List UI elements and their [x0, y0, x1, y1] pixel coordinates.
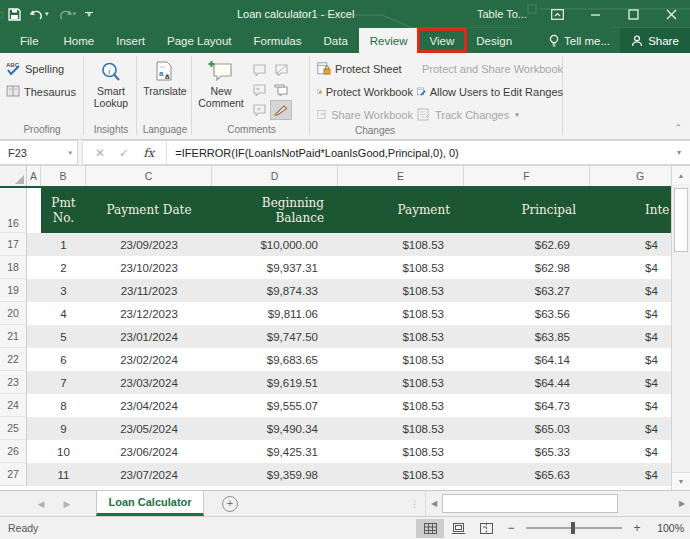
row-header[interactable]: 17 [0, 233, 27, 256]
redo-dropdown-icon[interactable]: ▾ [73, 10, 77, 18]
row-header[interactable]: 18 [0, 256, 27, 279]
maximize-button[interactable] [614, 0, 652, 28]
cell-payment-date[interactable]: 23/06/2024 [86, 440, 212, 463]
close-button[interactable] [652, 0, 690, 28]
cell-payment[interactable]: $108.53 [338, 302, 464, 325]
zoom-out-button[interactable]: − [500, 521, 522, 535]
cell-payment-date[interactable]: 23/10/2023 [86, 256, 212, 279]
column-header-d[interactable]: D [212, 166, 338, 186]
cell-principal[interactable]: $62.98 [464, 256, 590, 279]
formula-bar-expand-icon[interactable]: ▾ [668, 140, 690, 165]
undo-button[interactable]: ▾ [30, 9, 49, 20]
cell-payment-date[interactable]: 23/07/2024 [86, 463, 212, 486]
tab-file[interactable]: File [6, 28, 53, 53]
tab-review[interactable]: Review [359, 28, 419, 53]
header-beginning-balance[interactable]: Beginning Balance [212, 188, 338, 233]
share-workbook-button[interactable]: Share Workbook [315, 105, 415, 124]
minimize-button[interactable] [576, 0, 614, 28]
zoom-slider-thumb[interactable] [571, 522, 575, 534]
cell-pmt-no[interactable]: 1 [41, 233, 86, 256]
sheet-nav-left-icon[interactable]: ◀ [28, 491, 54, 516]
cell-a[interactable] [27, 279, 41, 302]
tab-insert[interactable]: Insert [105, 28, 156, 53]
cell-payment-date[interactable]: 23/01/2024 [86, 325, 212, 348]
name-box-dropdown-icon[interactable]: ▾ [68, 149, 72, 157]
cell-pmt-no[interactable]: 10 [41, 440, 86, 463]
cell-principal[interactable]: $64.14 [464, 348, 590, 371]
row-header[interactable]: 20 [0, 302, 27, 325]
cell-payment[interactable]: $108.53 [338, 256, 464, 279]
show-ink-button[interactable] [270, 100, 292, 120]
cell-beginning-balance[interactable]: $9,747.50 [212, 325, 338, 348]
column-header-f[interactable]: F [464, 166, 590, 186]
cell-payment[interactable]: $108.53 [338, 348, 464, 371]
row-header[interactable]: 24 [0, 394, 27, 417]
header-payment-date[interactable]: Payment Date [86, 188, 212, 233]
cell-principal[interactable]: $63.56 [464, 302, 590, 325]
row-header[interactable]: 22 [0, 348, 27, 371]
tab-page-layout[interactable]: Page Layout [156, 28, 243, 53]
enter-icon[interactable]: ✓ [119, 146, 129, 160]
header-principal[interactable]: Principal [464, 188, 590, 233]
cell-pmt-no[interactable]: 7 [41, 371, 86, 394]
tab-scroll-splitter[interactable]: ⋮ [404, 491, 425, 516]
cell-payment[interactable]: $108.53 [338, 440, 464, 463]
cell-a[interactable] [27, 417, 41, 440]
cell-a[interactable] [27, 325, 41, 348]
track-changes-button[interactable]: Track Changes ▾ [415, 105, 565, 124]
save-icon[interactable] [8, 8, 21, 21]
column-header-c[interactable]: C [86, 166, 212, 186]
tab-home[interactable]: Home [53, 28, 106, 53]
cell-beginning-balance[interactable]: $9,683.65 [212, 348, 338, 371]
translate-button[interactable]: aă Translate [142, 56, 188, 97]
tab-formulas[interactable]: Formulas [243, 28, 313, 53]
thesaurus-button[interactable]: Thesaurus [4, 82, 78, 101]
cell-payment[interactable]: $108.53 [338, 325, 464, 348]
cell-principal[interactable]: $65.03 [464, 417, 590, 440]
cell-principal[interactable]: $63.85 [464, 325, 590, 348]
cell-payment-date[interactable]: 23/09/2023 [86, 233, 212, 256]
row-header[interactable]: 23 [0, 371, 27, 394]
row-header[interactable]: 16 [0, 188, 27, 233]
cell-pmt-no[interactable]: 9 [41, 417, 86, 440]
cell-principal[interactable]: $65.33 [464, 440, 590, 463]
cell-beginning-balance[interactable]: $9,619.51 [212, 371, 338, 394]
cell-principal[interactable]: $64.73 [464, 394, 590, 417]
cell-beginning-balance[interactable]: $9,490.34 [212, 417, 338, 440]
cell-pmt-no[interactable]: 11 [41, 463, 86, 486]
row-header[interactable]: 26 [0, 440, 27, 463]
column-header-a[interactable]: A [27, 166, 41, 186]
show-hide-comment-icon[interactable] [270, 60, 292, 80]
cell-a[interactable] [27, 394, 41, 417]
cell-principal[interactable]: $63.27 [464, 279, 590, 302]
cell-beginning-balance[interactable]: $9,555.07 [212, 394, 338, 417]
cell-payment[interactable]: $108.53 [338, 279, 464, 302]
row-header[interactable]: 27 [0, 463, 27, 486]
previous-comment-icon[interactable] [248, 80, 270, 100]
horizontal-scrollbar[interactable]: ◀ ▶ [425, 491, 690, 516]
cell-beginning-balance[interactable]: $9,359.98 [212, 463, 338, 486]
cell-a[interactable] [27, 233, 41, 256]
page-layout-view-button[interactable] [444, 519, 472, 538]
column-header-b[interactable]: B [41, 166, 86, 186]
cell-payment[interactable]: $108.53 [338, 394, 464, 417]
normal-view-button[interactable] [416, 519, 444, 538]
show-all-comments-icon[interactable] [270, 80, 292, 100]
collapse-ribbon-icon[interactable]: ⌃ [674, 123, 682, 133]
vertical-scrollbar-thumb[interactable] [674, 188, 688, 252]
new-sheet-button[interactable]: + [204, 491, 256, 516]
cell-principal[interactable]: $65.63 [464, 463, 590, 486]
new-comment-button[interactable]: New Comment [197, 56, 245, 109]
cell-a[interactable] [27, 463, 41, 486]
cell-a[interactable] [27, 256, 41, 279]
column-header-e[interactable]: E [338, 166, 464, 186]
cell-beginning-balance[interactable]: $10,000.00 [212, 233, 338, 256]
tab-design[interactable]: Design [465, 28, 523, 53]
cell-payment-date[interactable]: 23/02/2024 [86, 348, 212, 371]
tab-data[interactable]: Data [313, 28, 359, 53]
cell-payment-date[interactable]: 23/05/2024 [86, 417, 212, 440]
cell-beginning-balance[interactable]: $9,937.31 [212, 256, 338, 279]
row-header[interactable]: 21 [0, 325, 27, 348]
cell-pmt-no[interactable]: 2 [41, 256, 86, 279]
vertical-scrollbar[interactable]: ▲ ▼ [671, 166, 690, 490]
